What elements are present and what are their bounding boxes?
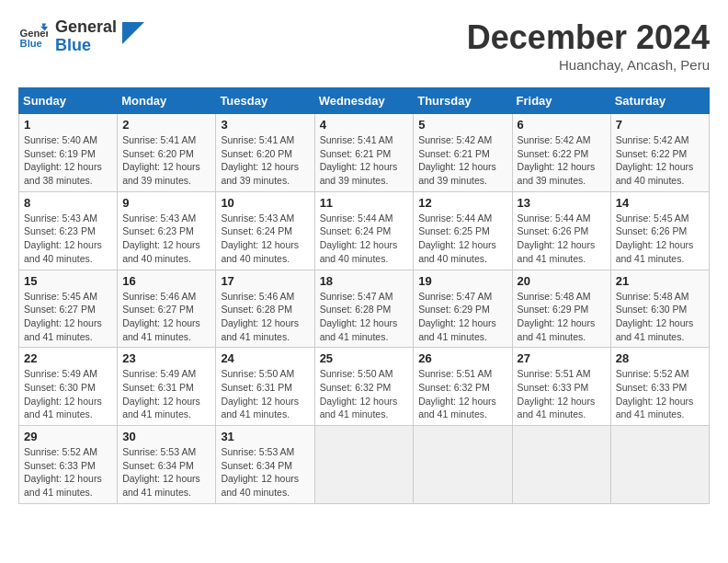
calendar-cell: 30Sunrise: 5:53 AM Sunset: 6:34 PM Dayli… bbox=[118, 426, 216, 504]
calendar-cell: 22Sunrise: 5:49 AM Sunset: 6:30 PM Dayli… bbox=[19, 348, 118, 426]
calendar-cell bbox=[314, 426, 414, 504]
calendar-cell: 25Sunrise: 5:50 AM Sunset: 6:32 PM Dayli… bbox=[314, 348, 414, 426]
calendar-cell: 20Sunrise: 5:48 AM Sunset: 6:29 PM Dayli… bbox=[512, 270, 610, 348]
logo-icon: General Blue bbox=[18, 22, 48, 52]
weekday-header-sunday: Sunday bbox=[19, 88, 118, 114]
calendar-week-2: 8Sunrise: 5:43 AM Sunset: 6:23 PM Daylig… bbox=[19, 191, 710, 270]
day-number: 31 bbox=[221, 430, 309, 443]
calendar-cell: 9Sunrise: 5:43 AM Sunset: 6:23 PM Daylig… bbox=[118, 191, 216, 270]
day-number: 5 bbox=[418, 118, 506, 132]
calendar-cell: 24Sunrise: 5:50 AM Sunset: 6:31 PM Dayli… bbox=[216, 348, 314, 426]
calendar-week-1: 1Sunrise: 5:40 AM Sunset: 6:19 PM Daylig… bbox=[19, 114, 710, 192]
day-info: Sunrise: 5:42 AM Sunset: 6:21 PM Dayligh… bbox=[418, 133, 506, 188]
day-number: 17 bbox=[221, 274, 309, 288]
day-number: 3 bbox=[221, 118, 309, 132]
day-info: Sunrise: 5:41 AM Sunset: 6:21 PM Dayligh… bbox=[320, 133, 409, 188]
day-number: 7 bbox=[616, 118, 704, 132]
calendar-table: SundayMondayTuesdayWednesdayThursdayFrid… bbox=[18, 87, 710, 504]
calendar-cell: 8Sunrise: 5:43 AM Sunset: 6:23 PM Daylig… bbox=[19, 191, 118, 270]
calendar-cell bbox=[414, 426, 512, 504]
weekday-header-row: SundayMondayTuesdayWednesdayThursdayFrid… bbox=[19, 88, 710, 114]
weekday-header-monday: Monday bbox=[118, 88, 216, 114]
logo-text-general: General bbox=[55, 18, 117, 37]
calendar-cell: 5Sunrise: 5:42 AM Sunset: 6:21 PM Daylig… bbox=[414, 114, 512, 192]
day-info: Sunrise: 5:44 AM Sunset: 6:25 PM Dayligh… bbox=[418, 212, 506, 266]
title-area: December 2024 Huanchay, Ancash, Peru bbox=[467, 18, 710, 73]
day-number: 8 bbox=[24, 196, 112, 210]
day-number: 25 bbox=[320, 351, 409, 365]
day-number: 18 bbox=[320, 274, 409, 288]
calendar-cell: 26Sunrise: 5:51 AM Sunset: 6:32 PM Dayli… bbox=[414, 348, 512, 426]
calendar-cell bbox=[512, 426, 610, 504]
day-number: 21 bbox=[616, 274, 704, 288]
day-number: 28 bbox=[616, 351, 704, 365]
day-number: 24 bbox=[221, 351, 309, 365]
day-info: Sunrise: 5:47 AM Sunset: 6:29 PM Dayligh… bbox=[418, 290, 506, 344]
day-info: Sunrise: 5:44 AM Sunset: 6:26 PM Dayligh… bbox=[518, 212, 606, 266]
day-info: Sunrise: 5:42 AM Sunset: 6:22 PM Dayligh… bbox=[616, 133, 704, 188]
day-number: 1 bbox=[24, 118, 112, 132]
calendar-cell bbox=[610, 426, 709, 504]
day-number: 2 bbox=[122, 118, 210, 132]
day-info: Sunrise: 5:49 AM Sunset: 6:30 PM Dayligh… bbox=[24, 367, 112, 421]
day-info: Sunrise: 5:43 AM Sunset: 6:23 PM Dayligh… bbox=[24, 212, 112, 266]
day-info: Sunrise: 5:46 AM Sunset: 6:27 PM Dayligh… bbox=[122, 290, 210, 344]
day-number: 9 bbox=[122, 196, 210, 210]
calendar-cell: 11Sunrise: 5:44 AM Sunset: 6:24 PM Dayli… bbox=[314, 191, 414, 270]
calendar-cell: 28Sunrise: 5:52 AM Sunset: 6:33 PM Dayli… bbox=[610, 348, 709, 426]
day-info: Sunrise: 5:53 AM Sunset: 6:34 PM Dayligh… bbox=[221, 445, 309, 500]
calendar-cell: 13Sunrise: 5:44 AM Sunset: 6:26 PM Dayli… bbox=[512, 191, 610, 270]
day-info: Sunrise: 5:53 AM Sunset: 6:34 PM Dayligh… bbox=[122, 445, 210, 500]
weekday-header-thursday: Thursday bbox=[414, 88, 512, 114]
calendar-cell: 3Sunrise: 5:41 AM Sunset: 6:20 PM Daylig… bbox=[216, 114, 314, 192]
day-info: Sunrise: 5:44 AM Sunset: 6:24 PM Dayligh… bbox=[320, 212, 409, 266]
month-title: December 2024 bbox=[467, 18, 710, 57]
logo-text-blue: Blue bbox=[55, 37, 117, 55]
svg-marker-4 bbox=[122, 22, 144, 44]
calendar-cell: 17Sunrise: 5:46 AM Sunset: 6:28 PM Dayli… bbox=[216, 270, 314, 348]
day-info: Sunrise: 5:41 AM Sunset: 6:20 PM Dayligh… bbox=[122, 133, 210, 188]
day-info: Sunrise: 5:51 AM Sunset: 6:32 PM Dayligh… bbox=[418, 367, 506, 421]
calendar-body: 1Sunrise: 5:40 AM Sunset: 6:19 PM Daylig… bbox=[19, 114, 710, 504]
calendar-week-5: 29Sunrise: 5:52 AM Sunset: 6:33 PM Dayli… bbox=[19, 426, 710, 504]
calendar-week-4: 22Sunrise: 5:49 AM Sunset: 6:30 PM Dayli… bbox=[19, 348, 710, 426]
day-info: Sunrise: 5:46 AM Sunset: 6:28 PM Dayligh… bbox=[221, 290, 309, 344]
calendar-cell: 18Sunrise: 5:47 AM Sunset: 6:28 PM Dayli… bbox=[314, 270, 414, 348]
day-info: Sunrise: 5:43 AM Sunset: 6:23 PM Dayligh… bbox=[122, 212, 210, 266]
calendar-cell: 6Sunrise: 5:42 AM Sunset: 6:22 PM Daylig… bbox=[512, 114, 610, 192]
calendar-cell: 31Sunrise: 5:53 AM Sunset: 6:34 PM Dayli… bbox=[216, 426, 314, 504]
day-info: Sunrise: 5:49 AM Sunset: 6:31 PM Dayligh… bbox=[122, 367, 210, 421]
day-number: 23 bbox=[122, 351, 210, 365]
day-number: 19 bbox=[418, 274, 506, 288]
day-number: 20 bbox=[518, 274, 606, 288]
day-info: Sunrise: 5:50 AM Sunset: 6:31 PM Dayligh… bbox=[221, 367, 309, 421]
day-number: 6 bbox=[518, 118, 606, 132]
day-info: Sunrise: 5:48 AM Sunset: 6:30 PM Dayligh… bbox=[616, 290, 704, 344]
calendar-cell: 15Sunrise: 5:45 AM Sunset: 6:27 PM Dayli… bbox=[19, 270, 118, 348]
weekday-header-friday: Friday bbox=[512, 88, 610, 114]
day-number: 26 bbox=[418, 351, 506, 365]
day-number: 14 bbox=[616, 196, 704, 210]
calendar-cell: 29Sunrise: 5:52 AM Sunset: 6:33 PM Dayli… bbox=[19, 426, 118, 504]
calendar-cell: 21Sunrise: 5:48 AM Sunset: 6:30 PM Dayli… bbox=[610, 270, 709, 348]
day-number: 4 bbox=[320, 118, 409, 132]
day-info: Sunrise: 5:51 AM Sunset: 6:33 PM Dayligh… bbox=[518, 367, 606, 421]
calendar-cell: 12Sunrise: 5:44 AM Sunset: 6:25 PM Dayli… bbox=[414, 191, 512, 270]
day-number: 30 bbox=[122, 430, 210, 443]
calendar-cell: 7Sunrise: 5:42 AM Sunset: 6:22 PM Daylig… bbox=[610, 114, 709, 192]
svg-text:Blue: Blue bbox=[20, 38, 42, 49]
weekday-header-tuesday: Tuesday bbox=[216, 88, 314, 114]
calendar-cell: 19Sunrise: 5:47 AM Sunset: 6:29 PM Dayli… bbox=[414, 270, 512, 348]
day-number: 15 bbox=[24, 274, 112, 288]
calendar-cell: 10Sunrise: 5:43 AM Sunset: 6:24 PM Dayli… bbox=[216, 191, 314, 270]
day-number: 11 bbox=[320, 196, 409, 210]
day-info: Sunrise: 5:50 AM Sunset: 6:32 PM Dayligh… bbox=[320, 367, 409, 421]
calendar-cell: 27Sunrise: 5:51 AM Sunset: 6:33 PM Dayli… bbox=[512, 348, 610, 426]
location-subtitle: Huanchay, Ancash, Peru bbox=[467, 57, 710, 73]
day-info: Sunrise: 5:45 AM Sunset: 6:27 PM Dayligh… bbox=[24, 290, 112, 344]
calendar-cell: 4Sunrise: 5:41 AM Sunset: 6:21 PM Daylig… bbox=[314, 114, 414, 192]
day-info: Sunrise: 5:48 AM Sunset: 6:29 PM Dayligh… bbox=[518, 290, 606, 344]
day-number: 13 bbox=[518, 196, 606, 210]
day-number: 16 bbox=[122, 274, 210, 288]
day-number: 29 bbox=[24, 430, 112, 443]
